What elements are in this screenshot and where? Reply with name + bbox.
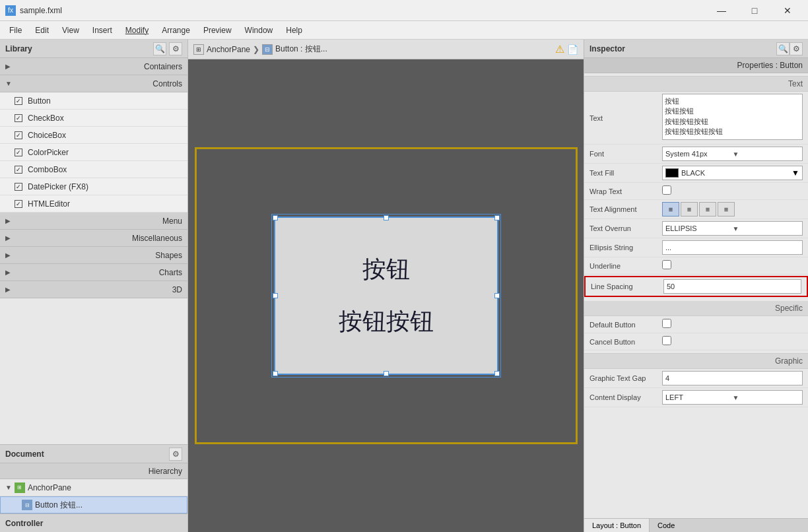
category-3d[interactable]: ▶ 3D [0, 281, 187, 298]
prop-content-display: Content Display LEFT ▼ [584, 388, 808, 407]
align-left-btn[interactable]: ≡ [662, 202, 679, 216]
text-overrun-dropdown-value: ELLIPSIS [665, 224, 733, 232]
wrap-text-value [662, 185, 803, 197]
ellipsis-string-label: Ellipsis String [589, 244, 662, 251]
underline-value [662, 260, 803, 271]
menu-preview[interactable]: Preview [197, 23, 238, 38]
library-item-datepicker[interactable]: DatePicker (FX8) [0, 178, 187, 195]
3d-label: 3D [15, 285, 182, 294]
canvas-inner: 按钮 按钮按钮 [195, 147, 578, 444]
combobox-item-label: ComboBox [28, 165, 67, 174]
text-alignment-value: ≡ ≡ ≡ ≡ [662, 202, 803, 216]
resize-handle-tl[interactable] [273, 215, 278, 220]
warning-icon: ⚠ [555, 43, 564, 55]
anchorpane-label: AnchorPane [28, 483, 71, 492]
menu-arrange[interactable]: Arrange [155, 23, 197, 38]
cancel-button-checkbox[interactable] [662, 336, 671, 345]
shapes-arrow: ▶ [5, 251, 11, 259]
line-spacing-label: Line Spacing [591, 283, 663, 290]
prop-ellipsis-string: Ellipsis String [584, 238, 808, 257]
library-search-icon[interactable]: 🔍 [153, 42, 166, 55]
content-display-dropdown[interactable]: LEFT ▼ [662, 390, 803, 405]
font-dropdown[interactable]: System 41px ▼ [662, 147, 803, 161]
charts-label: Charts [15, 268, 182, 277]
menu-help[interactable]: Help [279, 23, 309, 38]
anchorpane-icon: ⊞ [15, 482, 25, 493]
canvas-area[interactable]: 按钮 按钮按钮 [188, 59, 584, 532]
center-canvas: ⊞ AnchorPane ❯ ⊟ Button : 按钮... ⚠ 📄 [188, 40, 584, 532]
library-settings-icon[interactable]: ⚙ [169, 42, 182, 55]
code-icon: 📄 [567, 44, 578, 55]
text-fill-arrow: ▼ [791, 168, 799, 178]
library-item-combobox[interactable]: ComboBox [0, 161, 187, 178]
menu-view[interactable]: View [55, 23, 86, 38]
text-input-area[interactable]: 按钮 按钮按钮 按钮按钮按钮 按钮按钮按钮按钮 [662, 94, 803, 140]
resize-handle-mr[interactable] [494, 293, 500, 298]
close-button[interactable]: ✕ [772, 0, 803, 21]
menu-bar: File Edit View Insert Modify Arrange Pre… [0, 21, 808, 40]
ellipsis-string-input[interactable] [662, 240, 803, 255]
default-button-checkbox[interactable] [662, 319, 671, 328]
text-overrun-value: ELLIPSIS ▼ [662, 221, 803, 236]
maximize-button[interactable]: □ [739, 0, 770, 21]
button-element[interactable]: 按钮 按钮按钮 [274, 216, 498, 375]
library-item-choicebox[interactable]: ChoiceBox [0, 127, 187, 144]
inspector-settings-icon[interactable]: ⚙ [790, 42, 803, 55]
category-menu[interactable]: ▶ Menu [0, 213, 187, 230]
tree-item-button[interactable]: ⊟ Button 按钮... [0, 496, 187, 514]
cancel-button-label: Cancel Button [589, 338, 662, 346]
tree-item-anchorpane[interactable]: ▼ ⊞ AnchorPane [0, 479, 187, 496]
inspector-search-icon[interactable]: 🔍 [776, 42, 790, 55]
left-panel: Library 🔍 ⚙ ▶ Containers ▼ Controls Butt… [0, 40, 188, 532]
library-item-colorpicker[interactable]: ColorPicker [0, 144, 187, 161]
menu-insert[interactable]: Insert [86, 23, 119, 38]
category-charts[interactable]: ▶ Charts [0, 264, 187, 281]
menu-window[interactable]: Window [238, 23, 280, 38]
line-spacing-input[interactable] [663, 279, 801, 294]
text-fill-color-btn[interactable]: BLACK ▼ [662, 166, 803, 180]
breadcrumb-button[interactable]: ⊟ Button : 按钮... [262, 44, 327, 55]
layout-tab[interactable]: Layout : Button [584, 519, 650, 532]
code-tab[interactable]: Code [650, 519, 683, 532]
library-item-button[interactable]: Button [0, 92, 187, 110]
3d-arrow: ▶ [5, 286, 11, 293]
misc-label: Miscellaneous [15, 234, 182, 243]
minimize-button[interactable]: — [706, 0, 737, 21]
inspector-title: Inspector [589, 44, 776, 53]
library-item-htmleditor[interactable]: HTMLEditor [0, 195, 187, 213]
document-settings-icon[interactable]: ⚙ [169, 448, 182, 461]
button-item-icon [13, 96, 24, 106]
menu-modify[interactable]: Modify [119, 23, 155, 38]
cancel-button-value [662, 336, 803, 347]
window-controls: — □ ✕ [706, 0, 803, 21]
graphic-text-gap-input[interactable] [662, 371, 803, 385]
resize-handle-tm[interactable] [384, 215, 389, 220]
text-overrun-dropdown[interactable]: ELLIPSIS ▼ [662, 221, 803, 236]
library-icons: 🔍 ⚙ [153, 42, 182, 55]
resize-handle-tr[interactable] [494, 215, 500, 220]
underline-checkbox[interactable] [662, 260, 671, 269]
menu-file[interactable]: File [3, 23, 28, 38]
align-center-btn[interactable]: ≡ [681, 202, 698, 216]
align-justify-btn[interactable]: ≡ [718, 202, 735, 216]
prop-wrap-text: Wrap Text [584, 183, 808, 200]
graphic-text-gap-label: Graphic Text Gap [589, 374, 662, 382]
category-shapes[interactable]: ▶ Shapes [0, 247, 187, 264]
wrap-text-checkbox[interactable] [662, 185, 671, 195]
resize-handle-br[interactable] [494, 371, 500, 376]
category-miscellaneous[interactable]: ▶ Miscellaneous [0, 230, 187, 247]
resize-handle-bm[interactable] [384, 371, 389, 376]
category-containers[interactable]: ▶ Containers [0, 58, 187, 75]
breadcrumb-anchorpane[interactable]: ⊞ AnchorPane [193, 44, 250, 55]
prop-text-fill: Text Fill BLACK ▼ [584, 164, 808, 183]
menu-edit[interactable]: Edit [28, 23, 55, 38]
combobox-item-icon [13, 164, 24, 175]
resize-handle-bl[interactable] [273, 371, 278, 376]
inspector-header: Inspector 🔍 ⚙ [584, 40, 808, 58]
align-right-btn[interactable]: ≡ [699, 202, 716, 216]
library-item-checkbox[interactable]: CheckBox [0, 110, 187, 127]
ellipsis-string-value [662, 240, 803, 255]
window-title: sample.fxml [20, 6, 706, 15]
resize-handle-ml[interactable] [273, 293, 278, 298]
category-controls[interactable]: ▼ Controls [0, 75, 187, 92]
